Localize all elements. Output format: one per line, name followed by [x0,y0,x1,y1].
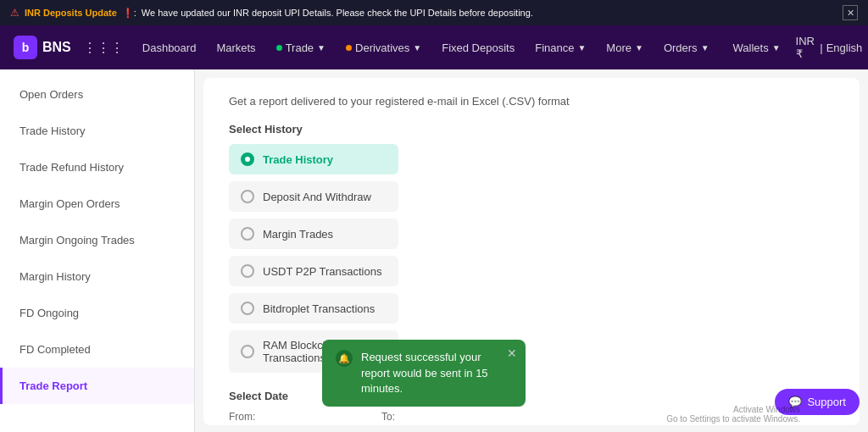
derivatives-chevron: ▼ [413,43,421,53]
from-label: From: [229,411,348,423]
nav-fixed-deposits[interactable]: Fixed Deposits [433,25,523,69]
sidebar-item-open-orders[interactable]: Open Orders [0,76,194,113]
sidebar-item-trade-history[interactable]: Trade History [0,113,194,149]
radio-deposit-withdraw [241,190,254,203]
radio-margin-trades [241,227,254,241]
toast-notification: 🔔 Request successful your report would b… [322,340,526,407]
radio-ram-blockchain [241,345,254,358]
support-label: Support [807,396,846,408]
logo-name: BNS [42,40,71,55]
option-trade-history[interactable]: Trade History [229,144,398,174]
select-date-label: Select Date [229,390,834,402]
grid-icon[interactable]: ⋮⋮⋮ [83,40,124,56]
sidebar-item-margin-open-orders[interactable]: Margin Open Orders [0,186,194,222]
sidebar-item-margin-ongoing-trades[interactable]: Margin Ongoing Trades [0,222,194,258]
toast-message: Request successful your report would be … [361,350,512,396]
radio-trade-history [241,152,254,166]
logo[interactable]: b BNS [14,36,71,59]
option-usdt-p2p[interactable]: USDT P2P Transactions [229,256,398,286]
warning-icon: ⚠ [10,7,19,19]
currency-lang[interactable]: INR ₹ | English ▼ [796,35,868,60]
currency: INR ₹ [796,35,817,60]
nav-finance[interactable]: Finance ▼ [526,25,594,69]
finance-chevron: ▼ [577,43,586,53]
sidebar-item-fd-completed[interactable]: FD Completed [0,331,194,368]
notification-bar: ⚠ INR Deposits Update ❗: We have updated… [0,0,868,25]
language: English [826,42,863,54]
windows-watermark: Activate Windows Go to Settings to activ… [666,405,800,424]
notif-dots: ❗: [122,8,136,19]
option-bitdroplet[interactable]: Bitdroplet Transactions [229,293,398,324]
derivatives-dot [346,45,352,51]
nav-wallets[interactable]: Wallets ▼ [725,25,789,69]
nav-orders[interactable]: Orders ▼ [655,25,718,69]
logo-icon: b [14,36,37,59]
radio-bitdroplet [241,302,254,315]
trade-chevron: ▼ [317,43,326,53]
content-panel: Get a report delivered to your registere… [203,78,860,425]
content-description: Get a report delivered to your registere… [229,95,834,108]
trade-dot [276,45,282,51]
notif-message: We have updated our INR deposit UPI Deta… [142,8,533,18]
to-label: To: [381,411,500,423]
sidebar-item-fd-ongoing[interactable]: FD Ongoing [0,295,194,331]
radio-usdt-p2p [241,264,254,278]
from-date-group: From: [229,411,348,425]
sidebar-item-trade-report[interactable]: Trade Report [0,368,194,404]
notif-close-button[interactable]: ✕ [843,5,858,20]
sidebar-item-trade-refund-history[interactable]: Trade Refund History [0,149,194,186]
header-right: Orders ▼ Wallets ▼ INR ₹ | English ▼ 🔔 1… [655,25,868,69]
more-chevron: ▼ [635,43,643,53]
header: b BNS ⋮⋮⋮ Dashboard Markets Trade ▼ Deri… [0,25,868,69]
sidebar-item-margin-history[interactable]: Margin History [0,258,194,295]
select-history-label: Select History [229,123,834,136]
sidebar: Open Orders Trade History Trade Refund H… [0,69,195,432]
notif-label: INR Deposits Update [25,8,117,18]
nav-more[interactable]: More ▼ [598,25,652,69]
toast-icon: 🔔 [336,350,353,367]
to-date-group: To: [381,411,500,425]
toast-close-button[interactable]: ✕ [507,346,517,360]
history-option-list: Trade History Deposit And Withdraw Margi… [229,144,834,373]
option-margin-trades[interactable]: Margin Trades [229,219,398,249]
nav-markets[interactable]: Markets [208,25,264,69]
option-deposit-withdraw[interactable]: Deposit And Withdraw [229,181,398,212]
nav-dashboard[interactable]: Dashboard [134,25,205,69]
nav-trade[interactable]: Trade ▼ [268,25,334,69]
nav-derivatives[interactable]: Derivatives ▼ [337,25,430,69]
